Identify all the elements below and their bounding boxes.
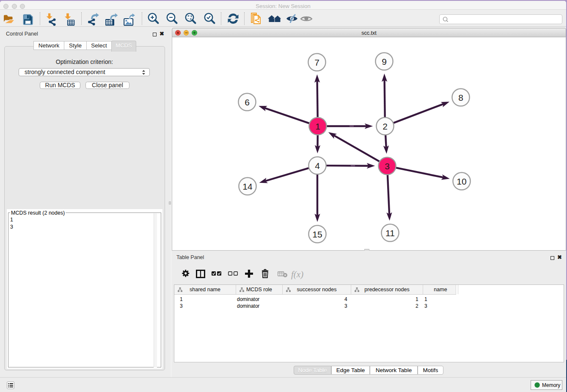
- svg-text:15: 15: [312, 229, 322, 239]
- svg-text:4: 4: [315, 160, 320, 170]
- svg-text:9: 9: [382, 56, 387, 66]
- svg-text:2: 2: [383, 121, 388, 131]
- svg-text:10: 10: [457, 176, 466, 186]
- svg-text:3: 3: [385, 161, 390, 171]
- svg-text:6: 6: [245, 97, 250, 107]
- svg-text:14: 14: [242, 181, 253, 191]
- svg-text:1: 1: [315, 121, 320, 131]
- svg-text:7: 7: [314, 57, 319, 67]
- svg-text:8: 8: [458, 92, 463, 102]
- svg-text:11: 11: [385, 228, 395, 237]
